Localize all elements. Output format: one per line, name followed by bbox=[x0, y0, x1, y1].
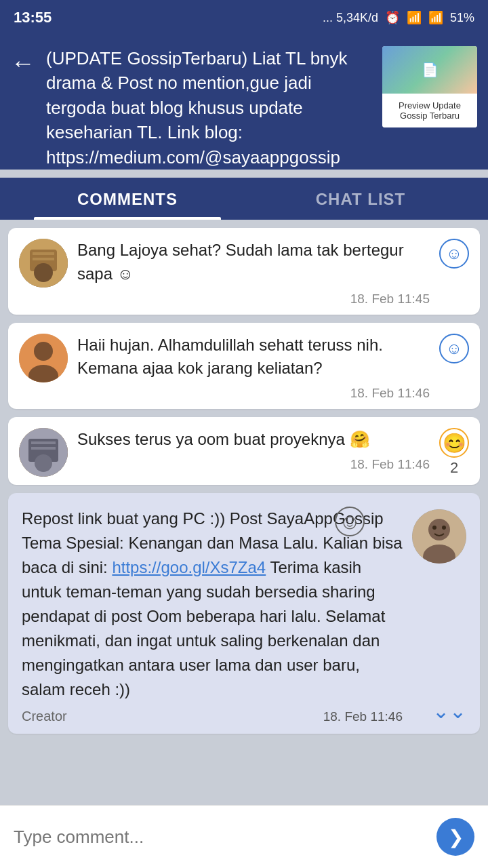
reaction-button[interactable]: ☺ bbox=[439, 334, 469, 363]
post-preview-image: 📄 Preview Update Gossip Terbaru bbox=[382, 46, 477, 127]
svg-rect-10 bbox=[31, 441, 56, 444]
alarm-icon: ⏰ bbox=[385, 10, 400, 25]
svg-point-4 bbox=[34, 263, 53, 282]
svg-point-17 bbox=[442, 526, 446, 530]
wifi-icon: 📶 bbox=[407, 10, 422, 25]
creator-body: Repost link buat yang PC :)) Post SayaAp… bbox=[22, 507, 403, 724]
status-time: 13:55 bbox=[14, 9, 52, 26]
svg-point-16 bbox=[432, 526, 436, 530]
svg-point-12 bbox=[35, 454, 52, 472]
comment-item: Haii hujan. Alhamdulillah sehatt teruss … bbox=[8, 323, 480, 410]
comment-text: Haii hujan. Alhamdulillah sehatt teruss … bbox=[77, 334, 430, 381]
comments-section: Bang Lajoya sehat? Sudah lama tak berteg… bbox=[0, 220, 488, 742]
comment-footer: 18. Feb 11:46 bbox=[77, 386, 430, 401]
creator-post: Repost link buat yang PC :)) Post SayaAp… bbox=[8, 493, 480, 734]
comment-item: Sukses terus ya oom buat proyeknya 🤗 18.… bbox=[8, 417, 480, 485]
status-bar: 13:55 ... 5,34K/d ⏰ 📶 📶 51% bbox=[0, 0, 488, 35]
signal-icon: 📶 bbox=[428, 10, 443, 25]
comment-input-bar: ❯ bbox=[0, 805, 488, 868]
comment-footer: 18. Feb 11:45 bbox=[77, 292, 430, 307]
comment-body: Bang Lajoya sehat? Sudah lama tak berteg… bbox=[77, 239, 430, 307]
creator-footer: Creator 18. Feb 11:46 bbox=[22, 709, 403, 724]
status-right: ... 5,34K/d ⏰ 📶 📶 51% bbox=[323, 10, 474, 25]
post-text: (UPDATE GossipTerbaru) Liat TL bnyk dram… bbox=[46, 46, 371, 170]
comment-body: Sukses terus ya oom buat proyeknya 🤗 18.… bbox=[77, 428, 430, 472]
reaction-button[interactable]: ☺ bbox=[439, 239, 469, 269]
avatar bbox=[19, 239, 68, 288]
comment-text: Sukses terus ya oom buat proyeknya 🤗 bbox=[77, 428, 430, 452]
avatar bbox=[19, 428, 68, 477]
comment-item: Bang Lajoya sehat? Sudah lama tak berteg… bbox=[8, 228, 480, 315]
comment-footer: 18. Feb 11:46 bbox=[77, 457, 430, 472]
post-header: ← (UPDATE GossipTerbaru) Liat TL bnyk dr… bbox=[0, 35, 488, 170]
comment-time: 18. Feb 11:46 bbox=[350, 386, 430, 401]
creator-label: Creator bbox=[22, 709, 67, 724]
send-button[interactable]: ❯ bbox=[436, 818, 474, 856]
comment-input[interactable] bbox=[14, 827, 428, 848]
svg-rect-3 bbox=[33, 258, 54, 260]
comment-time: 18. Feb 11:46 bbox=[350, 457, 430, 472]
tab-chat-list[interactable]: CHAT LIST bbox=[244, 178, 477, 220]
creator-reaction-button[interactable]: ☺ bbox=[335, 507, 365, 536]
reaction-count: 2 bbox=[450, 459, 458, 477]
expand-button[interactable]: ⌄⌄ bbox=[432, 699, 466, 723]
comment-text: Bang Lajoya sehat? Sudah lama tak berteg… bbox=[77, 239, 430, 286]
avatar bbox=[19, 334, 68, 382]
back-button[interactable]: ← bbox=[11, 49, 35, 77]
creator-time: 18. Feb 11:46 bbox=[323, 709, 403, 724]
network-info: ... 5,34K/d bbox=[323, 11, 378, 25]
svg-rect-11 bbox=[31, 447, 56, 450]
battery-info: 51% bbox=[450, 11, 474, 25]
svg-point-14 bbox=[428, 519, 450, 540]
reaction-button[interactable]: 😊 bbox=[439, 428, 469, 458]
tab-comments[interactable]: COMMENTS bbox=[11, 178, 244, 220]
creator-link[interactable]: https://goo.gl/Xs7Za4 bbox=[112, 558, 266, 576]
creator-avatar bbox=[412, 509, 466, 564]
tabs-bar: COMMENTS CHAT LIST bbox=[0, 178, 488, 220]
comment-body: Haii hujan. Alhamdulillah sehatt teruss … bbox=[77, 334, 430, 401]
svg-rect-2 bbox=[33, 252, 54, 255]
comment-time: 18. Feb 11:45 bbox=[350, 292, 430, 307]
reaction-area: 😊 2 bbox=[439, 428, 469, 477]
svg-point-6 bbox=[34, 342, 53, 361]
